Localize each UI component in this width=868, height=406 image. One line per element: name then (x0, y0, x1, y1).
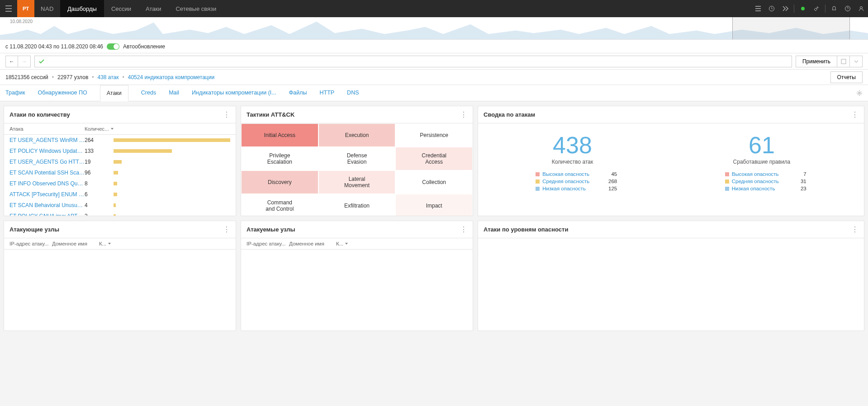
severity-legend-row[interactable]: Низкая опасность23 (725, 185, 806, 192)
attack-name-link[interactable]: ET INFO Observed DNS Query t... (9, 180, 85, 187)
attack-count: 3 (85, 213, 114, 216)
attack-name-link[interactable]: ET POLICY Windows Update P... (9, 148, 85, 154)
nav-item-3[interactable]: Сетевые связи (168, 0, 223, 17)
bell-icon[interactable] (827, 0, 841, 17)
attack-name-link[interactable]: ATTACK [PTsecurity] ENUM info... (9, 191, 85, 198)
table-row[interactable]: ET INFO Observed DNS Query t...8 (4, 178, 236, 189)
table-row[interactable]: ET USER_AGENTS Go HTTP Cli...19 (4, 156, 236, 167)
panel-attacks-count: Атаки по количеству ⋮ Атака Количес... E… (4, 106, 236, 216)
panel-menu-icon[interactable]: ⋮ (460, 225, 467, 234)
panel-menu-icon[interactable]: ⋮ (851, 110, 859, 119)
attck-cell[interactable]: Exfiltration (318, 194, 396, 216)
attck-cell[interactable]: PrivilegeEscalation (241, 147, 318, 170)
attacks-count-link[interactable]: 438 атак (97, 74, 119, 80)
severity-legend-row[interactable]: Средняя опасность268 (536, 178, 617, 185)
table-row[interactable]: ET SCAN Behavioral Unusual P...4 (4, 200, 236, 211)
table-row[interactable]: ET POLICY GNU/Linux APT Use...3 (4, 211, 236, 216)
col-domain[interactable]: Доменное имя (289, 241, 336, 246)
panel-title: Тактики ATT&CK (247, 111, 294, 118)
attack-name-link[interactable]: ET POLICY GNU/Linux APT Use... (9, 213, 85, 216)
clock-icon[interactable] (765, 0, 778, 17)
save-filter-button[interactable] (837, 56, 850, 67)
filter-dropdown-button[interactable] (850, 56, 863, 67)
help-icon[interactable] (841, 0, 854, 17)
user-icon[interactable] (854, 0, 868, 17)
attck-cell[interactable]: Impact (395, 194, 473, 216)
panel-attck: Тактики ATT&CK ⋮ Initial AccessExecution… (241, 106, 473, 216)
col-ip[interactable]: IP-адрес атаку... (247, 241, 289, 246)
col-domain[interactable]: Доменное имя (52, 241, 99, 246)
autorefresh-toggle[interactable] (107, 43, 119, 50)
hamburger-icon[interactable] (0, 0, 17, 17)
nav-back-button[interactable]: ← (5, 56, 18, 67)
gear-icon[interactable] (856, 85, 863, 101)
apply-filter-button[interactable]: Применить (796, 56, 837, 67)
panel-title: Сводка по атакам (484, 111, 535, 118)
time-range-row: с 11.08.2020 04:43 по 11.08.2020 08:46 А… (0, 40, 868, 53)
skip-icon[interactable] (778, 0, 792, 17)
nav-forward-button[interactable]: → (18, 56, 31, 67)
severity-legend-row[interactable]: Высокая опасность7 (725, 170, 806, 178)
nav-item-2[interactable]: Атаки (138, 0, 168, 17)
attck-cell[interactable]: Execution (318, 123, 396, 147)
tab-2[interactable]: Атаки (100, 85, 128, 101)
attck-cell[interactable]: Collection (395, 170, 473, 194)
attack-name-link[interactable]: ET USER_AGENTS Go HTTP Cli... (9, 159, 85, 165)
attack-name-link[interactable]: ET USER_AGENTS WinRM User... (9, 137, 85, 143)
timeline-chart[interactable]: 10.08.2020 (0, 17, 868, 40)
tab-4[interactable]: Mail (169, 85, 179, 101)
panel-menu-icon[interactable]: ⋮ (460, 110, 467, 119)
tab-5[interactable]: Индикаторы компрометации (I... (192, 85, 276, 101)
attack-count: 19 (85, 159, 114, 165)
attack-count: 8 (85, 180, 114, 187)
attck-cell[interactable]: CredentialAccess (395, 147, 473, 170)
attck-cell[interactable]: Commandand Control (241, 194, 318, 216)
attack-name-link[interactable]: ET SCAN Behavioral Unusual P... (9, 202, 85, 208)
timeline-selection[interactable] (732, 17, 850, 39)
col-ip[interactable]: IP-адрес атаку... (9, 241, 52, 246)
severity-legend-row[interactable]: Низкая опасность125 (536, 185, 617, 192)
attck-cell[interactable]: DefenseEvasion (318, 147, 396, 170)
tab-6[interactable]: Файлы (289, 85, 307, 101)
col-count[interactable]: Количес... (85, 126, 114, 132)
tab-8[interactable]: DNS (347, 85, 359, 101)
rules-total: 61 (733, 132, 791, 159)
tab-1[interactable]: Обнаруженное ПО (38, 85, 87, 101)
panel-menu-icon[interactable]: ⋮ (223, 110, 230, 119)
filter-input[interactable] (34, 56, 792, 67)
status-indicator[interactable] (796, 0, 810, 17)
attck-cell[interactable]: Initial Access (241, 123, 318, 147)
sort-icon (345, 242, 348, 245)
filter-row: ← → Применить (0, 53, 868, 70)
table-row[interactable]: ET POLICY Windows Update P...133 (4, 146, 236, 156)
ioc-count-link[interactable]: 40524 индикатора компрометации (128, 74, 214, 80)
attack-total-label: Количество атак (552, 159, 593, 165)
nav-item-0[interactable]: Дашборды (60, 0, 104, 17)
severity-legend-row[interactable]: Средняя опасность31 (725, 178, 806, 185)
nav-item-1[interactable]: Сессии (104, 0, 138, 17)
tab-7[interactable]: HTTP (319, 85, 334, 101)
attck-cell[interactable]: Persistence (395, 123, 473, 147)
svg-point-4 (859, 92, 860, 94)
panel-src-hosts: Атакующие узлы ⋮ IP-адрес атаку... Домен… (4, 221, 236, 331)
tab-0[interactable]: Трафик (5, 85, 25, 101)
attack-name-link[interactable]: ET SCAN Potential SSH Scan O... (9, 170, 85, 176)
attck-cell[interactable]: Discovery (241, 170, 318, 194)
col-count[interactable]: К... (99, 241, 117, 246)
panel-title: Атаки по количеству (9, 111, 70, 118)
severity-legend-row[interactable]: Высокая опасность45 (536, 170, 617, 178)
rules-total-label: Сработавшие правила (733, 159, 791, 165)
list-icon[interactable] (751, 0, 765, 17)
table-row[interactable]: ET USER_AGENTS WinRM User...264 (4, 135, 236, 146)
attck-cell[interactable]: LateralMovement (318, 170, 396, 194)
col-count[interactable]: К... (336, 241, 354, 246)
wrench-icon[interactable] (810, 0, 823, 17)
table-row[interactable]: ATTACK [PTsecurity] ENUM info...6 (4, 189, 236, 200)
col-attack[interactable]: Атака (9, 126, 85, 132)
panel-menu-icon[interactable]: ⋮ (223, 225, 230, 234)
attack-total: 438 (552, 132, 593, 159)
tab-3[interactable]: Creds (141, 85, 156, 101)
panel-menu-icon[interactable]: ⋮ (851, 225, 859, 234)
reports-button[interactable]: Отчеты (830, 71, 863, 83)
table-row[interactable]: ET SCAN Potential SSH Scan O...96 (4, 167, 236, 178)
